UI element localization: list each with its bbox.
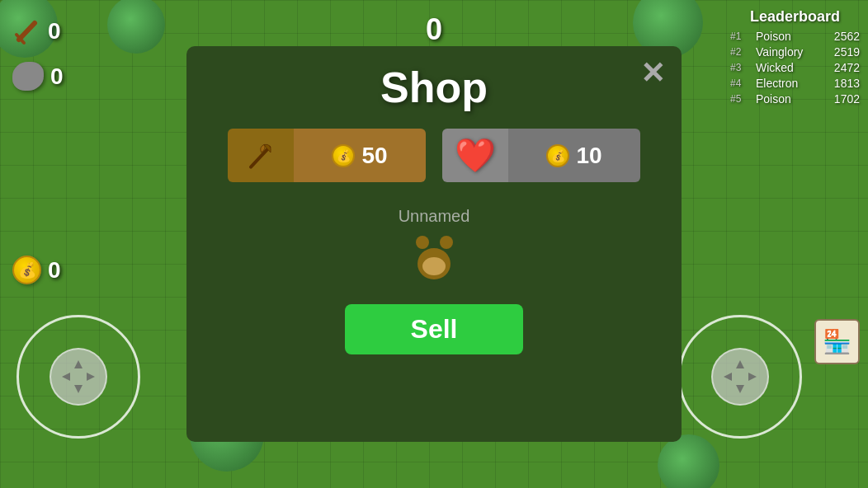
tree-decoration — [658, 434, 719, 488]
svg-marker-9 — [748, 373, 757, 381]
joystick-arrows-icon — [719, 356, 761, 397]
bear-ear-right — [440, 236, 453, 249]
bear-head — [417, 248, 451, 279]
left-joystick-inner[interactable] — [50, 348, 107, 406]
axe-price-value: 50 — [361, 143, 387, 169]
shop-item-heart[interactable]: ❤️ 💰 10 — [442, 129, 640, 182]
heart-symbol: ❤️ — [455, 136, 496, 175]
heart-price-value: 10 — [576, 143, 601, 169]
tree-decoration — [0, 0, 58, 58]
shop-items-row: 💰 50 ❤️ 💰 10 — [228, 129, 640, 182]
tree-decoration — [107, 0, 165, 54]
svg-marker-5 — [87, 373, 95, 381]
coin-icon-small: 💰 — [546, 144, 569, 167]
svg-line-10 — [251, 147, 269, 167]
shop-modal: Shop ✕ 💰 50 ❤️ 💰 10 — [186, 46, 682, 442]
joystick-arrows-icon — [58, 356, 99, 397]
shop-title: Shop — [380, 63, 488, 112]
axe-icon — [228, 129, 294, 182]
axe-svg — [244, 139, 277, 172]
bear-ear-left — [416, 236, 429, 249]
svg-marker-2 — [74, 360, 83, 368]
svg-marker-6 — [736, 360, 744, 368]
coin-icon-small: 💰 — [332, 144, 355, 167]
player-name: Unnamed — [399, 207, 470, 226]
heart-icon: ❤️ — [442, 129, 508, 182]
svg-marker-8 — [724, 373, 732, 381]
bear-character — [412, 234, 457, 279]
svg-marker-7 — [736, 385, 744, 393]
left-joystick[interactable] — [17, 315, 140, 439]
sell-button[interactable]: Sell — [345, 304, 524, 354]
right-joystick-inner[interactable] — [711, 348, 769, 406]
svg-marker-3 — [74, 385, 83, 393]
right-joystick[interactable] — [678, 315, 802, 439]
heart-price: 💰 10 — [508, 129, 640, 182]
svg-marker-4 — [62, 373, 70, 381]
axe-price: 💰 50 — [294, 129, 426, 182]
close-button[interactable]: ✕ — [640, 59, 665, 88]
shop-item-axe[interactable]: 💰 50 — [228, 129, 426, 182]
bear-face — [422, 257, 446, 275]
